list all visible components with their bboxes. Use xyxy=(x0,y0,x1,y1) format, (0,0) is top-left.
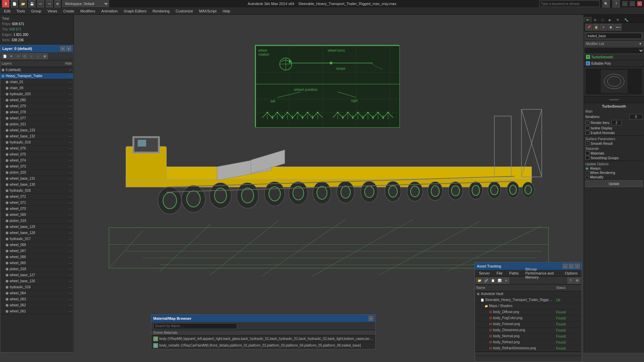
at-btn-5[interactable]: ≡ xyxy=(503,278,509,284)
at-menu-options[interactable]: Options xyxy=(562,270,580,276)
layer-item[interactable]: wheel_base_130— xyxy=(0,182,73,188)
menu-group[interactable]: Group xyxy=(29,8,44,14)
asset-tracking-close-btn[interactable]: × xyxy=(575,264,580,268)
layer-item[interactable]: wheel_base_131— xyxy=(0,176,73,182)
tab-display[interactable]: 👁 xyxy=(614,17,622,22)
layer-item[interactable]: wheel_base_129— xyxy=(0,224,73,230)
search-input[interactable] xyxy=(539,0,600,7)
layers-list[interactable]: 0 (default)✓Heavy_Transport_Trailer—chai… xyxy=(0,67,73,352)
object-name-input[interactable] xyxy=(586,33,642,39)
layer-item[interactable]: Heavy_Transport_Trailer— xyxy=(0,73,73,79)
menu-create[interactable]: Create xyxy=(60,8,77,14)
always-radio[interactable] xyxy=(585,167,589,170)
asset-tracking-list[interactable]: 🏛Autodesk Vault📄Steerable_Heavy_Transpor… xyxy=(475,291,582,352)
at-menu-paths[interactable]: Paths xyxy=(506,270,521,276)
modifier-item-editable-poly[interactable]: E Editable Poly xyxy=(584,60,644,67)
material-browser-close-btn[interactable]: × xyxy=(369,316,373,321)
options-btn[interactable]: ⚙ xyxy=(54,0,61,7)
at-list-item[interactable]: 🖼body_Normal.pngFound xyxy=(475,334,582,340)
layer-item[interactable]: wheel_075— xyxy=(0,152,73,158)
workspace-dropdown[interactable]: Workspace: Default xyxy=(62,0,109,7)
help-btn[interactable]: ? xyxy=(612,0,620,7)
modifier-dropdown[interactable] xyxy=(584,47,644,54)
menu-graph-editors[interactable]: Graph Editors xyxy=(121,8,149,14)
menu-help[interactable]: Help xyxy=(220,8,233,14)
at-btn-2[interactable]: 🔗 xyxy=(483,278,489,284)
app-icon[interactable]: 3 xyxy=(2,0,9,7)
layer-item[interactable]: piston_018— xyxy=(0,266,73,272)
menu-modifiers[interactable]: Modifiers xyxy=(77,8,98,14)
tab-create[interactable]: ⊕ xyxy=(591,17,599,22)
layer-item[interactable]: wheel_base_128— xyxy=(0,230,73,236)
layer-item[interactable]: wheel_065— xyxy=(0,260,73,266)
at-list-item[interactable]: 📁Maps / Shaders xyxy=(475,303,582,309)
at-btn-1[interactable]: 📁 xyxy=(476,278,482,284)
layer-new-btn[interactable]: 📄 xyxy=(2,53,8,59)
asset-tracking-minimize-btn[interactable]: — xyxy=(563,264,568,268)
at-menu-file[interactable]: File xyxy=(494,270,505,276)
material-item-metallic[interactable]: V body_metallic (VRayCarPaintMtl) [front… xyxy=(151,342,375,349)
layer-select-btn[interactable]: ⬡ xyxy=(22,53,28,59)
layer-item[interactable]: hydraulic_019— xyxy=(0,139,73,145)
manually-radio[interactable] xyxy=(585,176,589,179)
layers-help-btn[interactable]: ? xyxy=(60,46,65,51)
at-menu-bitmap-perf[interactable]: Bitmap Performance and Memory xyxy=(523,266,561,280)
open-btn[interactable]: 📂 xyxy=(19,0,27,7)
tab-modify[interactable]: ✏ xyxy=(584,17,591,22)
layer-item[interactable]: wheel_070— xyxy=(0,206,73,212)
layer-item[interactable]: wheel_071— xyxy=(0,200,73,206)
props-list-btn[interactable]: ≡ xyxy=(600,24,607,31)
layer-item[interactable]: wheel_076— xyxy=(0,145,73,152)
iterations-input[interactable] xyxy=(629,114,643,119)
layer-item[interactable]: hydraulic_020— xyxy=(0,91,73,97)
layer-item[interactable]: piston_019— xyxy=(0,218,73,224)
layer-item[interactable]: piston_020— xyxy=(0,170,73,176)
modifier-list-header[interactable]: Modifier List ▼ xyxy=(584,41,644,47)
at-list-item[interactable]: 🖼body_Fresnel.pngFound xyxy=(475,321,582,327)
props-channel-btn[interactable]: ◉ xyxy=(607,24,614,31)
layer-item[interactable]: chain_01— xyxy=(0,79,73,85)
undo-btn[interactable]: ↩ xyxy=(37,0,44,7)
at-settings-btn[interactable]: ⚙ xyxy=(574,278,580,284)
render-iters-input[interactable] xyxy=(611,120,622,125)
layer-item[interactable]: wheel_base_126— xyxy=(0,278,73,284)
update-btn[interactable]: Update xyxy=(585,180,643,187)
layer-item[interactable]: wheel_062— xyxy=(0,302,73,308)
layer-item[interactable]: hydraulic_017— xyxy=(0,236,73,242)
when-rendering-radio[interactable] xyxy=(585,171,589,175)
layer-item[interactable]: hydraulic_018— xyxy=(0,188,73,194)
layer-item[interactable]: chain_09— xyxy=(0,85,73,91)
tab-motion[interactable]: ▶ xyxy=(606,17,614,22)
layer-item[interactable]: wheel_078— xyxy=(0,109,73,115)
layer-item[interactable]: 0 (default)✓ xyxy=(0,67,73,73)
at-list-item[interactable]: 🖼body_Refract.pngFound xyxy=(475,340,582,346)
menu-tools[interactable]: Tools xyxy=(14,8,28,14)
at-list-item[interactable]: 🖼body_Diffuse.pngFound xyxy=(475,309,582,315)
layer-item[interactable]: wheel_074— xyxy=(0,158,73,164)
layer-delete-btn[interactable]: ✕ xyxy=(8,53,14,59)
layer-item[interactable]: wheel_061— xyxy=(0,308,73,314)
at-list-item[interactable]: 🖼body_FogColor.pngFound xyxy=(475,315,582,321)
menu-customize[interactable]: Customize xyxy=(173,8,196,14)
layers-close-btn[interactable]: × xyxy=(66,46,71,51)
asset-tracking-scrollbar-h[interactable] xyxy=(475,352,582,356)
menu-maxscript[interactable]: MAXScript xyxy=(197,8,219,14)
layer-item[interactable]: wheel_base_132— xyxy=(0,133,73,139)
layer-item[interactable]: wheel_base_133— xyxy=(0,127,73,133)
maximize-btn[interactable]: □ xyxy=(630,1,635,6)
tab-utility[interactable]: 🔧 xyxy=(622,17,631,22)
graph-editor[interactable]: wheel rotation wheel turns ramps xyxy=(255,45,399,127)
minimize-btn[interactable]: — xyxy=(623,1,627,6)
layer-item[interactable]: wheel_064— xyxy=(0,290,73,296)
layer-add-btn[interactable]: + xyxy=(15,53,21,59)
layer-item[interactable]: wheel_063— xyxy=(0,296,73,302)
menu-rendering[interactable]: Rendering xyxy=(150,8,172,14)
layer-item[interactable]: hydraulic_016— xyxy=(0,284,73,290)
at-menu-server[interactable]: Server xyxy=(476,270,492,276)
layer-up-btn[interactable]: ↑ xyxy=(29,53,35,59)
layer-down-btn[interactable]: ↓ xyxy=(35,53,41,59)
layer-item[interactable]: wheel_077— xyxy=(0,115,73,121)
layer-item[interactable]: wheel_base_127— xyxy=(0,272,73,278)
at-list-item[interactable]: 🖼body_RefractGlossiness.pngFound xyxy=(475,346,582,352)
layer-expand-btn[interactable]: ⊞ xyxy=(42,53,48,59)
